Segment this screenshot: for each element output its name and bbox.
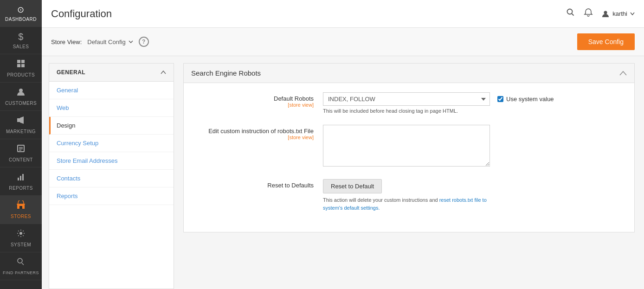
store-view-bar: Store View: Default Config ? Save Config bbox=[42, 28, 644, 56]
svg-point-4 bbox=[19, 89, 23, 92]
sidebar-item-label: SALES bbox=[13, 44, 29, 49]
left-panel: GENERAL General Web Design Currency Setu… bbox=[49, 63, 174, 289]
panel-item-label: General bbox=[57, 87, 78, 94]
sidebar-item-find-partners[interactable]: FIND PARTNERS bbox=[0, 252, 42, 280]
section-collapse-icon[interactable] bbox=[619, 70, 627, 77]
sidebar-item-customers[interactable]: CUSTOMERS bbox=[0, 83, 42, 111]
section-box-title: Search Engine Robots bbox=[191, 69, 261, 77]
topbar-actions: karthi bbox=[566, 8, 635, 19]
form-label-main: Edit custom instruction of robots.txt Fi… bbox=[208, 128, 314, 135]
section-box-robots: Search Engine Robots Default Robots [sto… bbox=[183, 63, 635, 232]
sidebar-item-stores[interactable]: STORES bbox=[0, 196, 42, 224]
svg-point-16 bbox=[18, 258, 22, 263]
form-label-reset: Reset to Defaults bbox=[193, 179, 323, 189]
panel-item-label: Reports bbox=[57, 193, 78, 199]
panel-item-reports-left[interactable]: Reports bbox=[49, 187, 174, 205]
default-robots-select[interactable]: INDEX, FOLLOW bbox=[323, 92, 490, 106]
form-control-edit-custom bbox=[323, 125, 625, 168]
svg-point-17 bbox=[567, 9, 573, 14]
form-control-reset: Reset to Default This action will delete… bbox=[323, 179, 625, 212]
user-icon bbox=[601, 10, 610, 18]
panel-item-contacts[interactable]: Contacts bbox=[49, 170, 174, 187]
svg-rect-5 bbox=[17, 118, 20, 122]
form-label-main: Default Robots bbox=[274, 95, 314, 102]
reset-hint-text1: This action will delete your custom inst… bbox=[323, 197, 439, 203]
sidebar-item-label: MARKETING bbox=[6, 129, 36, 134]
sidebar-item-label: DASHBOARD bbox=[5, 17, 37, 22]
sidebar-item-content[interactable]: CONTENT bbox=[0, 139, 42, 167]
content-area: GENERAL General Web Design Currency Setu… bbox=[42, 56, 644, 289]
sidebar-item-dashboard[interactable]: ⊙ DASHBOARD bbox=[0, 0, 42, 27]
sidebar-item-label: CONTENT bbox=[9, 157, 33, 162]
chevron-down-icon bbox=[630, 12, 635, 15]
panel-item-web[interactable]: Web bbox=[49, 99, 174, 117]
svg-point-15 bbox=[19, 232, 22, 235]
svg-rect-2 bbox=[17, 64, 20, 67]
sidebar-item-label: FIND PARTNERS bbox=[3, 270, 39, 275]
svg-rect-7 bbox=[19, 147, 23, 148]
store-view-left: Store View: Default Config ? bbox=[51, 37, 149, 47]
sidebar-item-marketing[interactable]: MARKETING bbox=[0, 111, 42, 139]
customers-icon bbox=[16, 87, 26, 99]
form-row-reset: Reset to Defaults Reset to Default This … bbox=[193, 179, 625, 212]
bell-icon[interactable] bbox=[584, 8, 593, 19]
help-icon[interactable]: ? bbox=[139, 37, 149, 47]
find-partners-icon bbox=[16, 257, 26, 269]
system-value-label: Use system value bbox=[506, 96, 554, 103]
panel-item-label: Store Email Addresses bbox=[57, 157, 118, 164]
store-view-select[interactable]: Default Config bbox=[87, 39, 133, 45]
sidebar-item-label: SYSTEM bbox=[11, 242, 31, 247]
form-label-sub: [store view] bbox=[193, 102, 314, 108]
form-label-default-robots: Default Robots [store view] bbox=[193, 92, 323, 108]
panel-section-header: GENERAL bbox=[49, 64, 174, 82]
sidebar-item-label: PRODUCTS bbox=[7, 72, 35, 77]
panel-item-label: Contacts bbox=[57, 175, 80, 182]
save-config-button[interactable]: Save Config bbox=[577, 33, 635, 50]
panel-item-currency-setup[interactable]: Currency Setup bbox=[49, 135, 174, 152]
panel-item-store-email[interactable]: Store Email Addresses bbox=[49, 152, 174, 170]
store-view-chevron-icon bbox=[129, 40, 133, 43]
panel-item-general[interactable]: General bbox=[49, 82, 174, 99]
sidebar-item-reports[interactable]: REPORTS bbox=[0, 167, 42, 196]
form-control-default-robots: INDEX, FOLLOW Use system value This will… bbox=[323, 92, 625, 114]
form-label-main: Reset to Defaults bbox=[267, 182, 314, 189]
section-box-content: Default Robots [store view] INDEX, FOLLO… bbox=[184, 83, 634, 232]
form-select-wrap: INDEX, FOLLOW Use system value bbox=[323, 92, 625, 106]
system-value-check: Use system value bbox=[497, 96, 554, 103]
svg-rect-3 bbox=[21, 64, 25, 67]
custom-instruction-textarea[interactable] bbox=[323, 125, 490, 167]
svg-rect-11 bbox=[20, 176, 21, 180]
help-text: ? bbox=[142, 39, 145, 45]
dashboard-icon: ⊙ bbox=[17, 5, 25, 15]
sales-icon: $ bbox=[18, 32, 24, 42]
store-view-label: Store View: bbox=[51, 39, 82, 45]
system-value-checkbox[interactable] bbox=[497, 96, 503, 102]
sidebar-item-products[interactable]: PRODUCTS bbox=[0, 54, 42, 83]
main-content: Configuration karthi bbox=[42, 0, 644, 289]
svg-rect-0 bbox=[17, 60, 20, 63]
sidebar-item-system[interactable]: SYSTEM bbox=[0, 224, 42, 252]
svg-point-18 bbox=[604, 11, 607, 14]
store-view-value: Default Config bbox=[87, 39, 125, 45]
topbar-user[interactable]: karthi bbox=[601, 10, 635, 18]
section-box-header: Search Engine Robots bbox=[184, 64, 634, 83]
form-row-edit-custom: Edit custom instruction of robots.txt Fi… bbox=[193, 125, 625, 168]
svg-rect-9 bbox=[19, 150, 21, 151]
products-icon bbox=[16, 59, 26, 71]
panel-item-design[interactable]: Design bbox=[49, 117, 174, 135]
reset-to-default-button[interactable]: Reset to Default bbox=[323, 179, 382, 193]
marketing-icon bbox=[16, 116, 26, 127]
svg-rect-14 bbox=[19, 206, 22, 209]
reports-icon bbox=[16, 172, 26, 184]
panel-section-label: GENERAL bbox=[57, 69, 85, 76]
right-panel: Search Engine Robots Default Robots [sto… bbox=[174, 56, 644, 289]
default-robots-hint: This will be included before head closin… bbox=[323, 108, 625, 114]
panel-item-label: Currency Setup bbox=[57, 140, 98, 147]
search-icon[interactable] bbox=[566, 8, 575, 19]
reset-hint: This action will delete your custom inst… bbox=[323, 196, 499, 212]
content-icon bbox=[16, 144, 26, 155]
sidebar-item-sales[interactable]: $ SALES bbox=[0, 27, 42, 54]
form-label-edit-custom: Edit custom instruction of robots.txt Fi… bbox=[193, 125, 323, 140]
system-icon bbox=[16, 229, 26, 240]
section-collapse-icon[interactable] bbox=[161, 71, 166, 74]
